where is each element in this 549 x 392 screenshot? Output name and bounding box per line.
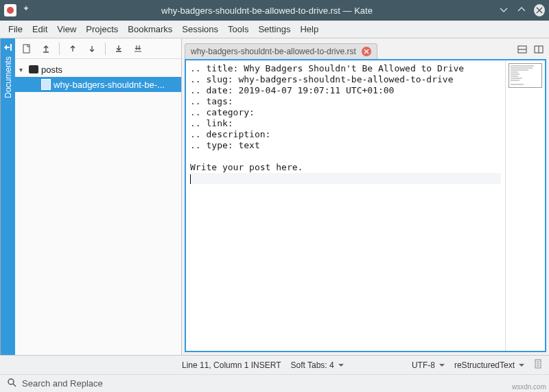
- titlebar: why-badgers-shouldnt-be-allowed-to-drive…: [0, 0, 549, 21]
- tab-label: why-badgers-shouldnt-be-allowed-to-drive…: [191, 47, 356, 56]
- open-button[interactable]: [37, 40, 55, 58]
- file-icon: [41, 79, 51, 90]
- maximize-icon[interactable]: [516, 5, 527, 16]
- tree-folder-posts[interactable]: ▾ posts: [15, 62, 181, 77]
- window-title: why-badgers-shouldnt-be-allowed-to-drive…: [36, 5, 498, 16]
- editor[interactable]: .. title: Why Badgers Shouldn't Be Allow…: [185, 59, 546, 352]
- app-icon: [4, 4, 16, 16]
- menu-bookmarks[interactable]: Bookmarks: [128, 24, 172, 34]
- menu-edit[interactable]: Edit: [32, 24, 47, 34]
- svg-rect-1: [23, 45, 30, 53]
- file-label: why-badgers-shouldnt-be-...: [54, 80, 165, 90]
- cursor-position: Line 11, Column 1 INSERT: [182, 360, 281, 370]
- file-toolbar: [15, 38, 181, 59]
- editor-area: why-badgers-shouldnt-be-allowed-to-drive…: [182, 38, 549, 355]
- minimap[interactable]: [505, 60, 545, 351]
- watermark: wsxdn.com: [512, 383, 546, 391]
- svg-point-0: [7, 7, 14, 14]
- tree-file-current[interactable]: why-badgers-shouldnt-be-...: [15, 77, 181, 92]
- svg-point-10: [8, 379, 14, 384]
- close-tab-icon[interactable]: [362, 47, 371, 56]
- menubar: File Edit View Projects Bookmarks Sessio…: [0, 21, 549, 38]
- folder-icon: [29, 65, 38, 73]
- menu-projects[interactable]: Projects: [86, 24, 118, 34]
- menu-settings[interactable]: Settings: [258, 24, 290, 34]
- document-tab[interactable]: why-badgers-shouldnt-be-allowed-to-drive…: [185, 43, 377, 59]
- tab-width-selector[interactable]: Soft Tabs: 4: [291, 360, 344, 370]
- up-button[interactable]: [64, 40, 82, 58]
- down-button[interactable]: [83, 40, 101, 58]
- pin-icon[interactable]: [22, 5, 30, 16]
- tab-bar: why-badgers-shouldnt-be-allowed-to-drive…: [182, 38, 549, 59]
- save-as-button[interactable]: [129, 40, 147, 58]
- new-file-button[interactable]: [18, 40, 36, 58]
- svg-line-11: [13, 384, 16, 387]
- menu-file[interactable]: File: [8, 24, 23, 34]
- side-tab-label: Documents: [3, 56, 13, 98]
- toolbar-separator: [105, 43, 106, 55]
- file-tree: ▾ posts why-badgers-shouldnt-be-...: [15, 59, 181, 95]
- folder-label: posts: [41, 65, 62, 75]
- encoding-selector[interactable]: UTF-8: [412, 360, 445, 370]
- split-vertical-icon[interactable]: [534, 45, 544, 56]
- statusbar: Line 11, Column 1 INSERT Soft Tabs: 4 UT…: [0, 355, 549, 374]
- menu-help[interactable]: Help: [300, 24, 318, 34]
- filetype-selector[interactable]: reStructuredText: [454, 360, 524, 370]
- search-label: Search and Replace: [22, 378, 103, 389]
- toolbar-separator: [59, 43, 60, 55]
- split-horizontal-icon[interactable]: [517, 45, 527, 56]
- save-button[interactable]: [110, 40, 128, 58]
- scroll-icon[interactable]: [534, 359, 542, 371]
- side-tab-documents[interactable]: Documents: [0, 38, 15, 355]
- menu-tools[interactable]: Tools: [228, 24, 248, 34]
- minimize-icon[interactable]: [498, 5, 509, 16]
- menu-view[interactable]: View: [57, 24, 76, 34]
- close-icon[interactable]: [534, 4, 545, 16]
- editor-text[interactable]: .. title: Why Badgers Shouldn't Be Allow…: [186, 60, 505, 351]
- chevron-down-icon: ▾: [19, 66, 26, 73]
- upload-icon: [3, 43, 13, 52]
- menu-sessions[interactable]: Sessions: [182, 24, 218, 34]
- file-panel: ▾ posts why-badgers-shouldnt-be-...: [15, 38, 182, 355]
- search-icon: [7, 378, 16, 389]
- search-bar[interactable]: Search and Replace: [0, 374, 549, 392]
